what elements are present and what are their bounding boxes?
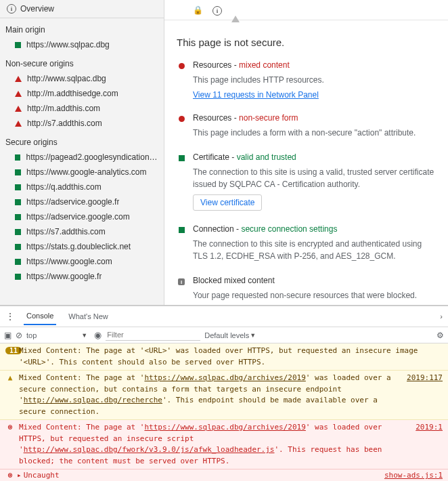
section-description: This page includes HTTP resources. bbox=[193, 74, 434, 86]
origin-item[interactable]: https://stats.g.doubleclick.net bbox=[0, 239, 164, 254]
clear-console-icon[interactable]: ⊘ bbox=[16, 331, 22, 340]
info-marker-icon: i bbox=[178, 278, 185, 285]
chevron-down-icon[interactable]: ▼ bbox=[81, 332, 87, 339]
origin-item[interactable]: https://www.google.fr bbox=[0, 269, 164, 284]
context-selector[interactable]: top bbox=[26, 331, 37, 339]
security-main-panel: 🔒 i This page is not secure. Resources -… bbox=[164, 0, 448, 305]
section-marker bbox=[178, 152, 185, 211]
section-heading: Resources - non-secure form bbox=[193, 113, 434, 123]
section-description: This page includes a form with a non-sec… bbox=[193, 127, 434, 139]
section-head-prefix: Blocked mixed content bbox=[193, 276, 275, 285]
error-icon: ⊗ bbox=[5, 422, 15, 434]
section-head-status: mixed content bbox=[239, 60, 290, 70]
section-head-status: secure connection settings bbox=[241, 224, 337, 234]
console-message-partial[interactable]: ⊗ ▸ Uncaught show-ads.js:1 bbox=[0, 469, 448, 481]
toggle-sidebar-icon[interactable]: ▣ bbox=[4, 331, 12, 340]
context-label: top bbox=[26, 331, 37, 339]
main-origin-list: https://www.sqlpac.dbg bbox=[0, 37, 164, 52]
section-description: The connection to this site is using a v… bbox=[193, 166, 434, 190]
origin-item[interactable]: http://m.addthisedge.com bbox=[0, 86, 164, 101]
security-sidebar: i Overview Main origin https://www.sqlpa… bbox=[0, 0, 164, 305]
tab-console[interactable]: Console bbox=[24, 308, 56, 325]
origin-url: http://m.addthisedge.com bbox=[27, 89, 118, 98]
nonsecure-heading: Non-secure origins bbox=[0, 52, 164, 71]
levels-label: Default levels bbox=[204, 331, 249, 339]
filter-input[interactable] bbox=[106, 329, 200, 341]
security-section: Connection - secure connection settingsT… bbox=[178, 224, 434, 262]
console-message[interactable]: ▲Mixed Content: The page at 'https://www… bbox=[0, 371, 448, 420]
origin-item[interactable]: https://adservice.google.fr bbox=[0, 194, 164, 209]
error-marker-icon bbox=[179, 116, 185, 122]
view-requests-link[interactable]: View 11 requests in Network Panel bbox=[193, 90, 434, 100]
uncaught-text: Uncaught bbox=[24, 471, 60, 480]
section-marker: i bbox=[178, 276, 185, 305]
origin-item[interactable]: https://adservice.google.com bbox=[0, 209, 164, 224]
kebab-icon[interactable]: ⋮ bbox=[5, 311, 14, 322]
info-icon: i bbox=[7, 4, 16, 14]
origin-url: http://www.sqlpac.dbg bbox=[27, 74, 106, 83]
console-messages: 11Mixed Content: The page at '<URL>' was… bbox=[0, 343, 448, 469]
section-body: Resources - non-secure formThis page inc… bbox=[193, 113, 434, 139]
origin-url: https://www.google-analytics.com bbox=[26, 167, 146, 177]
secure-marker-icon bbox=[15, 229, 21, 235]
chevron-right-icon[interactable]: › bbox=[440, 312, 443, 320]
security-iconbar: 🔒 i bbox=[164, 0, 448, 20]
origin-item[interactable]: https://www.google-analytics.com bbox=[0, 165, 164, 180]
origin-url: https://adservice.google.com bbox=[26, 212, 130, 222]
section-description: The connection to this site is encrypted… bbox=[193, 238, 434, 262]
secure-marker-icon bbox=[15, 259, 21, 265]
security-section: Resources - mixed contentThis page inclu… bbox=[178, 60, 434, 100]
message-source[interactable]: 2019:1 bbox=[416, 422, 443, 434]
info-tab-icon[interactable]: i bbox=[212, 4, 222, 16]
origin-url: https://q.addthis.com bbox=[26, 182, 102, 192]
secure-marker-icon bbox=[15, 274, 21, 280]
origin-item[interactable]: https://pagead2.googlesyndication.com bbox=[0, 150, 164, 165]
view-certificate-button[interactable]: View certificate bbox=[193, 194, 262, 211]
secure-marker-icon bbox=[179, 155, 185, 161]
message-source[interactable]: 2019:117 bbox=[407, 373, 443, 384]
origin-item[interactable]: https://www.google.com bbox=[0, 254, 164, 269]
log-levels-selector[interactable]: Default levels ▼ bbox=[204, 331, 256, 339]
origin-item[interactable]: http://www.sqlpac.dbg bbox=[0, 71, 164, 86]
secure-marker-icon bbox=[179, 227, 185, 233]
secure-marker-icon bbox=[15, 42, 21, 48]
origin-url: https://www.sqlpac.dbg bbox=[26, 40, 110, 49]
message-source[interactable]: show-ads.js:1 bbox=[384, 471, 443, 480]
section-head-prefix: Connection - bbox=[193, 224, 241, 234]
section-head-status: non-secure form bbox=[239, 113, 298, 123]
origin-item[interactable]: https://s7.addthis.com bbox=[0, 224, 164, 239]
section-marker bbox=[178, 60, 185, 100]
insecure-marker-icon bbox=[15, 76, 22, 82]
origin-url: https://pagead2.googlesyndication.com bbox=[26, 152, 158, 162]
section-body: Resources - mixed contentThis page inclu… bbox=[193, 60, 434, 100]
section-body: Blocked mixed contentYour page requested… bbox=[193, 276, 434, 305]
secure-marker-icon bbox=[15, 154, 20, 161]
sidebar-overview-row[interactable]: i Overview bbox=[0, 0, 164, 18]
error-marker-icon bbox=[179, 63, 185, 69]
live-expression-icon[interactable]: ◉ bbox=[94, 330, 102, 340]
overview-label: Overview bbox=[20, 4, 54, 14]
section-head-prefix: Resources - bbox=[193, 113, 239, 123]
section-head-prefix: Resources - bbox=[193, 60, 239, 70]
nonsecure-origin-list: http://www.sqlpac.dbghttp://m.addthisedg… bbox=[0, 71, 164, 131]
origin-url: http://m.addthis.com bbox=[27, 104, 100, 113]
origin-url: https://stats.g.doubleclick.net bbox=[26, 242, 131, 251]
gear-icon[interactable]: ⚙ bbox=[436, 331, 444, 340]
insecure-marker-icon bbox=[15, 121, 22, 127]
console-toolbar: ▣ ⊘ top ▼ ◉ Default levels ▼ ⚙ bbox=[0, 327, 448, 343]
origin-item[interactable]: http://m.addthis.com bbox=[0, 101, 164, 116]
security-sections: Resources - mixed contentThis page inclu… bbox=[164, 60, 448, 305]
section-body: Certificate - valid and trustedThe conne… bbox=[193, 152, 434, 211]
secure-marker-icon bbox=[15, 199, 21, 205]
section-head-prefix: Certificate - bbox=[193, 152, 237, 162]
console-message[interactable]: 11Mixed Content: The page at '<URL>' was… bbox=[0, 343, 448, 371]
origin-item[interactable]: https://www.sqlpac.dbg bbox=[0, 37, 164, 52]
tab-whatsnew[interactable]: What's New bbox=[66, 308, 110, 325]
origin-item[interactable]: http://s7.addthis.com bbox=[0, 116, 164, 131]
console-message[interactable]: ⊗Mixed Content: The page at 'https://www… bbox=[0, 420, 448, 469]
origin-url: https://www.google.fr bbox=[26, 272, 102, 281]
lock-icon[interactable]: 🔒 bbox=[193, 5, 203, 15]
warning-tab-icon[interactable] bbox=[231, 5, 240, 16]
chevron-down-icon: ▼ bbox=[250, 332, 256, 339]
origin-item[interactable]: https://q.addthis.com bbox=[0, 180, 164, 194]
